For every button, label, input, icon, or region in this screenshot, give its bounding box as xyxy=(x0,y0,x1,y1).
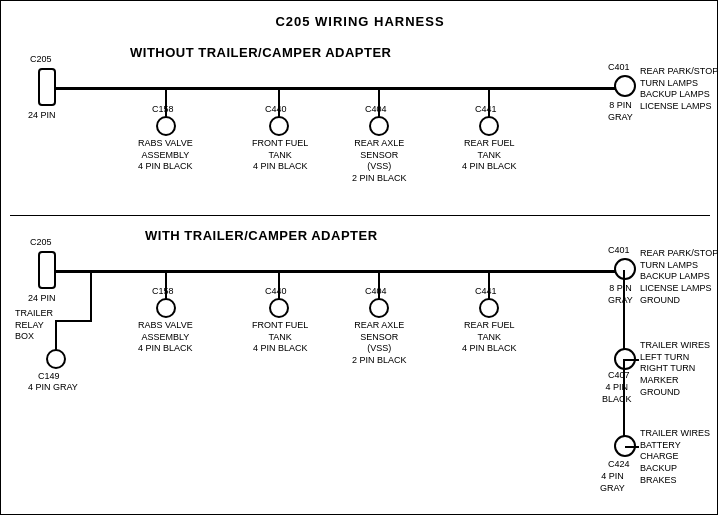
c149-connector xyxy=(46,349,66,369)
c205-bot-connector xyxy=(38,251,56,289)
c158-bot-sub: RABS VALVEASSEMBLY4 PIN BLACK xyxy=(138,320,193,355)
c205-top-sub: 24 PIN xyxy=(28,110,56,122)
c205-bot-label: C205 xyxy=(30,237,52,249)
divider xyxy=(10,215,710,216)
c404-bot-label: C404 xyxy=(365,286,387,298)
c440-top-label: C440 xyxy=(265,104,287,116)
c401-bot-label: C401 xyxy=(608,245,630,257)
c158-top-label: C158 xyxy=(152,104,174,116)
section2-label: WITH TRAILER/CAMPER ADAPTER xyxy=(145,228,378,243)
c441-top-label: C441 xyxy=(475,104,497,116)
diagram-container: WITHOUT TRAILER/CAMPER ADAPTER C205 24 P… xyxy=(0,0,720,500)
c440-bot-connector xyxy=(269,298,289,318)
c158-top-connector xyxy=(156,116,176,136)
c149-label: C149 xyxy=(38,371,60,383)
c441-top-connector xyxy=(479,116,499,136)
relay-hline xyxy=(55,320,92,322)
c401-top-label: C401 xyxy=(608,62,630,74)
trailer-relay-label: TRAILERRELAYBOX xyxy=(15,308,53,343)
c158-bot-label: C158 xyxy=(152,286,174,298)
relay-vline xyxy=(90,271,92,321)
c424-sub: 4 PINGRAY xyxy=(600,471,625,494)
c158-bot-connector xyxy=(156,298,176,318)
c407-sub: 4 PINBLACK xyxy=(602,382,632,405)
c205-top-connector xyxy=(38,68,56,106)
c440-bot-label: C440 xyxy=(265,286,287,298)
c424-hline xyxy=(625,446,639,448)
c424-label: C424 xyxy=(608,459,630,471)
c404-bot-connector xyxy=(369,298,389,318)
c404-top-label: C404 xyxy=(365,104,387,116)
c407-right-label: TRAILER WIRESLEFT TURNRIGHT TURNMARKERGR… xyxy=(640,340,710,398)
c440-top-connector xyxy=(269,116,289,136)
c407-hline xyxy=(625,359,639,361)
c441-top-sub: REAR FUELTANK4 PIN BLACK xyxy=(462,138,517,173)
c424-right-label: TRAILER WIRESBATTERY CHARGEBACKUPBRAKES xyxy=(640,428,720,486)
c440-top-sub: FRONT FUELTANK4 PIN BLACK xyxy=(252,138,308,173)
c149-sub: 4 PIN GRAY xyxy=(28,382,78,394)
c441-bot-sub: REAR FUELTANK4 PIN BLACK xyxy=(462,320,517,355)
c404-top-sub: REAR AXLESENSOR(VSS)2 PIN BLACK xyxy=(352,138,407,185)
section1-label: WITHOUT TRAILER/CAMPER ADAPTER xyxy=(130,45,392,60)
c441-bot-connector xyxy=(479,298,499,318)
c401-top-connector xyxy=(614,75,636,97)
c404-bot-sub: REAR AXLESENSOR(VSS)2 PIN BLACK xyxy=(352,320,407,367)
c158-top-sub: RABS VALVEASSEMBLY4 PIN BLACK xyxy=(138,138,193,173)
c401-top-sub: REAR PARK/STOPTURN LAMPSBACKUP LAMPSLICE… xyxy=(640,66,718,113)
c440-bot-sub: FRONT FUELTANK4 PIN BLACK xyxy=(252,320,308,355)
c404-top-connector xyxy=(369,116,389,136)
c441-bot-label: C441 xyxy=(475,286,497,298)
c149-vline xyxy=(55,320,57,350)
c401-bot-connector xyxy=(614,258,636,280)
right-branch-vline xyxy=(623,270,625,360)
main-hline-2 xyxy=(55,270,630,273)
c205-top-label: C205 xyxy=(30,54,52,66)
c401-top-pin: 8 PINGRAY xyxy=(608,100,633,123)
main-hline-1 xyxy=(55,87,630,90)
c205-bot-sub: 24 PIN xyxy=(28,293,56,305)
c401-bot-sub: REAR PARK/STOPTURN LAMPSBACKUP LAMPSLICE… xyxy=(640,248,718,306)
c401-bot-pin: 8 PINGRAY xyxy=(608,283,633,306)
c407-label: C407 xyxy=(608,370,630,382)
